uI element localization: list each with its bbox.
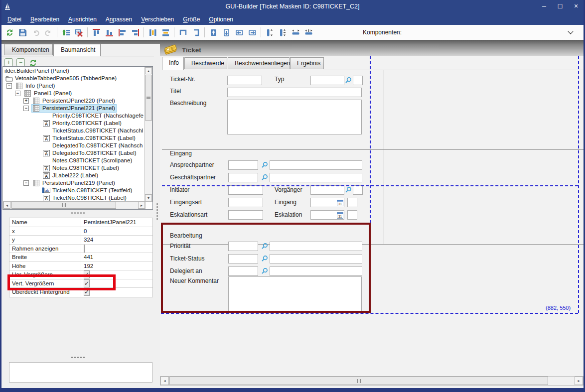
menu-item-optionen[interactable]: Optionen	[204, 15, 238, 24]
tree-item[interactable]: ATicketNo.C98TICKET (Label)	[3, 194, 152, 202]
scroll-button[interactable]: ◂	[3, 202, 10, 209]
eingang-date-input[interactable]: 31	[310, 198, 344, 207]
splitter-grip-bottom[interactable]	[1, 357, 154, 358]
form-tab-ergebnis[interactable]: Ergebnis	[290, 57, 324, 69]
collapse-icon[interactable]: −	[15, 91, 20, 96]
menu-item-verschieben[interactable]: Verschieben	[137, 15, 178, 24]
maximize-button[interactable]: □	[556, 2, 564, 10]
scroll-button[interactable]: ◂	[160, 377, 169, 385]
checked-checkbox[interactable]: ✓	[84, 279, 90, 287]
designer-horizontal-scrollbar[interactable]: ◂▸	[160, 376, 584, 386]
scroll-thumb[interactable]	[145, 75, 152, 121]
prioritaet-lookup-icon[interactable]	[261, 243, 268, 251]
tree-item[interactable]: DelegatedTo.C98TICKET (Nachsch	[3, 142, 152, 149]
scroll-button[interactable]: ▴	[145, 67, 152, 74]
tree-item[interactable]: VetoableTabbedPane505 (TabbedPane)	[3, 75, 152, 82]
eskalation-code-input[interactable]	[347, 210, 357, 220]
form-tab-beschwerdeanliegen[interactable]: Beschwerdeanliegen	[228, 57, 290, 69]
resize-width-alt-icon[interactable]	[302, 26, 315, 38]
menu-item-größe[interactable]: Größe	[178, 15, 204, 24]
menu-item-bearbeiten[interactable]: Bearbeiten	[26, 15, 64, 24]
match-width-icon[interactable]	[176, 26, 189, 38]
delegiert-an-lookup-icon[interactable]	[261, 267, 268, 276]
tree-item[interactable]: abTicketNo.C98TICKET (Textfeld)	[3, 187, 152, 194]
beschreibung-textarea[interactable]	[227, 100, 362, 134]
resize-width-icon[interactable]	[289, 26, 302, 38]
align-top-icon[interactable]	[90, 26, 103, 38]
tree-item[interactable]: ADelegatedTo.C98TICKET (Label)	[3, 149, 152, 157]
collapse-icon[interactable]: −	[6, 83, 12, 89]
distribute-vertical-icon[interactable]	[146, 26, 159, 38]
vorgaenger-lookup-icon[interactable]	[345, 186, 352, 195]
delegiert-an-input[interactable]	[228, 266, 258, 276]
initiator-input[interactable]	[228, 185, 263, 195]
property-value[interactable]: 441	[84, 254, 93, 260]
prioritaet-name-input[interactable]	[270, 242, 362, 251]
resize-height-icon[interactable]	[263, 26, 276, 38]
neuer-kommentar-textarea[interactable]	[228, 276, 362, 311]
eingangsart-input[interactable]	[228, 198, 263, 207]
tree-vertical-scrollbar[interactable]: ▴▾	[145, 67, 152, 202]
collapse-icon[interactable]: −	[23, 180, 29, 186]
checked-checkbox[interactable]: ✓	[84, 288, 90, 296]
tree-horizontal-scrollbar[interactable]: ◂▸	[3, 201, 146, 209]
align-right-icon[interactable]	[129, 26, 142, 38]
delegiert-an-name-input[interactable]	[270, 266, 362, 276]
checked-checkbox[interactable]: ✓	[84, 270, 90, 278]
components-combobox[interactable]	[405, 27, 577, 37]
scroll-thumb[interactable]	[169, 377, 548, 385]
refresh-icon[interactable]	[3, 26, 16, 38]
match-height-icon[interactable]	[189, 26, 202, 38]
ansprechpartner-name-input[interactable]	[270, 160, 362, 170]
ansprechpartner-input[interactable]	[228, 160, 258, 170]
geschaeftspartner-input[interactable]	[228, 173, 258, 182]
calendar-icon[interactable]: 31	[337, 199, 343, 208]
scroll-button[interactable]: ▾	[145, 194, 152, 201]
tree-collapse-button[interactable]: −	[16, 58, 25, 67]
property-value[interactable]: PersistentJPanel221	[84, 219, 136, 225]
minimize-button[interactable]: –	[540, 2, 548, 10]
vorgaenger-code-input[interactable]	[353, 185, 363, 195]
move-up-icon[interactable]	[207, 26, 220, 38]
calendar-icon[interactable]: 31	[337, 212, 343, 220]
ticket-status-name-input[interactable]	[270, 254, 362, 263]
eingang-code-input[interactable]	[347, 198, 357, 207]
chevron-down-icon[interactable]	[568, 28, 573, 34]
ansprechpartner-lookup-icon[interactable]	[261, 161, 268, 170]
tree-item[interactable]: +PersistentJPanel220 (Panel)	[3, 97, 152, 105]
save-icon[interactable]	[16, 26, 29, 38]
ticket-status-input[interactable]	[228, 254, 258, 263]
tree-item[interactable]: −Panel1 (Panel)	[3, 90, 152, 97]
tree-item[interactable]: TicketStatus.C98TICKET (Nachschl	[3, 127, 152, 134]
eskalation-date-input[interactable]: 31	[310, 210, 344, 220]
resize-height-alt-icon[interactable]	[276, 26, 289, 38]
tree-item[interactable]: −PersistentJPanel221 (Panel)	[3, 105, 152, 112]
geschaeftspartner-name-input[interactable]	[270, 173, 362, 182]
scroll-thumb[interactable]	[11, 202, 116, 209]
collapse-icon[interactable]: −	[23, 106, 29, 111]
property-value[interactable]: 324	[84, 237, 93, 243]
prioritaet-input[interactable]	[228, 242, 258, 251]
typ-lookup-icon[interactable]	[345, 77, 352, 85]
unchecked-checkbox[interactable]	[84, 245, 85, 253]
tree-item[interactable]: ATicketStatus.C98TICKET (Label)	[3, 134, 152, 142]
align-left-icon[interactable]	[116, 26, 129, 38]
menu-item-datei[interactable]: Datei	[3, 15, 26, 24]
form-tab-beschwerde[interactable]: Beschwerde	[184, 57, 227, 69]
panel-splitter[interactable]	[156, 203, 158, 220]
distribute-horizontal-icon[interactable]	[159, 26, 172, 38]
move-left-icon[interactable]	[233, 26, 246, 38]
property-value[interactable]: 0	[84, 228, 87, 234]
scroll-button[interactable]: ▸	[138, 202, 145, 209]
form-tab-info[interactable]: Info	[162, 57, 184, 70]
tree-refresh-button[interactable]	[28, 58, 37, 67]
tree-item[interactable]: APriority.C98TICKET (Label)	[3, 120, 152, 127]
vorgaenger-input[interactable]	[310, 185, 344, 195]
delete-component-icon[interactable]	[72, 26, 85, 38]
ticket-status-lookup-icon[interactable]	[261, 255, 268, 263]
property-value[interactable]: 192	[84, 263, 93, 269]
ticket-nr-input[interactable]	[227, 76, 262, 85]
tab-order-icon[interactable]	[59, 26, 72, 38]
scroll-button[interactable]: ▸	[575, 377, 583, 385]
typ-input[interactable]	[310, 76, 344, 85]
